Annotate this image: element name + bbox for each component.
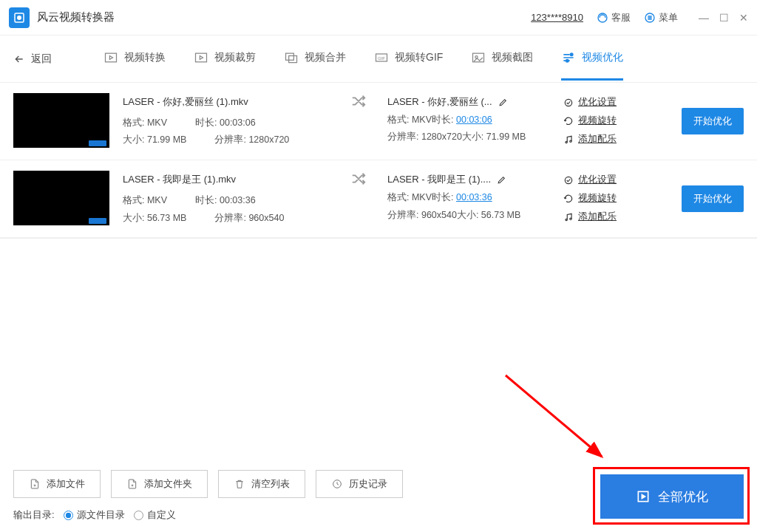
menu-button[interactable]: 菜单 [644, 11, 678, 24]
tab-merge[interactable]: 视频合并 [284, 37, 346, 81]
tab-optimize[interactable]: 视频优化 [561, 37, 623, 81]
optimize-settings-link[interactable]: 优化设置 [563, 93, 630, 112]
svg-point-15 [566, 141, 567, 143]
svg-text:GIF: GIF [378, 56, 385, 61]
output-name: LASER - 你好,爱丽丝 (... [387, 93, 492, 112]
support-button[interactable]: 客服 [597, 11, 631, 24]
svg-point-13 [566, 60, 568, 62]
output-name: LASER - 我即是王 (1).... [387, 171, 491, 189]
optimize-settings-link[interactable]: 优化设置 [563, 171, 630, 189]
row-actions: 优化设置 视频旋转 添加配乐 [563, 93, 630, 149]
source-meta: LASER - 我即是王 (1).mkv 格式: MKV时长: 00:03:36… [123, 171, 330, 227]
app-logo [9, 7, 30, 28]
svg-rect-4 [106, 53, 117, 62]
add-music-link[interactable]: 添加配乐 [563, 208, 630, 226]
tab-screenshot[interactable]: 视频截图 [471, 37, 533, 81]
add-file-button[interactable]: 添加文件 [13, 470, 101, 498]
back-label: 返回 [31, 52, 52, 66]
row-actions: 优化设置 视频旋转 添加配乐 [563, 171, 630, 226]
file-row: LASER - 我即是王 (1).mkv 格式: MKV时长: 00:03:36… [0, 160, 757, 238]
shuffle-icon[interactable] [343, 171, 374, 187]
file-name: LASER - 你好,爱丽丝 (1).mkv [123, 93, 330, 112]
history-button[interactable]: 历史记录 [316, 470, 403, 498]
tab-convert[interactable]: 视频转换 [103, 37, 166, 81]
rotate-link[interactable]: 视频旋转 [563, 189, 630, 208]
start-optimize-button[interactable]: 开始优化 [682, 108, 744, 134]
svg-rect-6 [286, 53, 294, 60]
edit-icon[interactable] [498, 98, 508, 107]
radio-custom-dir[interactable]: 自定义 [134, 508, 176, 522]
tab-bar: 视频转换 视频裁剪 视频合并 GIF视频转GIF 视频截图 视频优化 [103, 37, 623, 81]
tab-crop[interactable]: 视频裁剪 [194, 37, 256, 81]
svg-point-16 [570, 140, 571, 142]
account-label[interactable]: 123****8910 [531, 12, 583, 23]
app-title: 风云视频转换器 [37, 10, 115, 24]
shuffle-icon[interactable] [343, 93, 374, 109]
svg-line-22 [506, 375, 602, 457]
menu-label: 菜单 [659, 11, 678, 24]
edit-icon[interactable] [497, 175, 506, 185]
svg-rect-7 [289, 56, 297, 63]
output-meta: LASER - 你好,爱丽丝 (... 格式: MKV时长: 00:03:06 … [387, 93, 550, 146]
toolbar: 返回 视频转换 视频裁剪 视频合并 GIF视频转GIF 视频截图 视频优化 [0, 35, 757, 83]
svg-rect-5 [196, 53, 207, 62]
optimize-all-button[interactable]: 全部优化 [600, 474, 744, 519]
source-meta: LASER - 你好,爱丽丝 (1).mkv 格式: MKV时长: 00:03:… [123, 93, 330, 149]
svg-point-12 [571, 53, 573, 55]
minimize-button[interactable]: — [699, 12, 709, 24]
video-thumbnail[interactable] [13, 93, 109, 148]
svg-point-1 [18, 16, 21, 19]
radio-source-dir[interactable]: 源文件目录 [64, 508, 125, 522]
rotate-link[interactable]: 视频旋转 [563, 112, 630, 130]
titlebar: 风云视频转换器 123****8910 客服 菜单 — ☐ ✕ [0, 0, 757, 35]
svg-point-17 [565, 177, 571, 183]
output-meta: LASER - 我即是王 (1).... 格式: MKV时长: 00:03:36… [387, 171, 550, 224]
output-dir-label: 输出目录: [13, 508, 55, 522]
maximize-button[interactable]: ☐ [719, 12, 729, 24]
svg-point-18 [566, 219, 567, 220]
back-button[interactable]: 返回 [13, 52, 52, 66]
add-folder-button[interactable]: 添加文件夹 [111, 470, 208, 498]
svg-point-14 [565, 99, 571, 106]
tab-gif[interactable]: GIF视频转GIF [374, 37, 443, 81]
duration-link[interactable]: 00:03:36 [456, 192, 492, 202]
duration-link[interactable]: 00:03:06 [456, 115, 492, 125]
add-music-link[interactable]: 添加配乐 [563, 130, 630, 149]
close-button[interactable]: ✕ [739, 12, 748, 24]
start-optimize-button[interactable]: 开始优化 [682, 185, 744, 212]
svg-point-19 [570, 218, 571, 219]
file-row: LASER - 你好,爱丽丝 (1).mkv 格式: MKV时长: 00:03:… [0, 83, 757, 160]
annotation-arrow [498, 368, 617, 471]
clear-list-button[interactable]: 清空列表 [218, 470, 305, 498]
file-list: LASER - 你好,爱丽丝 (1).mkv 格式: MKV时长: 00:03:… [0, 83, 757, 239]
video-thumbnail[interactable] [13, 171, 109, 225]
support-label: 客服 [611, 11, 631, 24]
file-name: LASER - 我即是王 (1).mkv [123, 171, 330, 189]
